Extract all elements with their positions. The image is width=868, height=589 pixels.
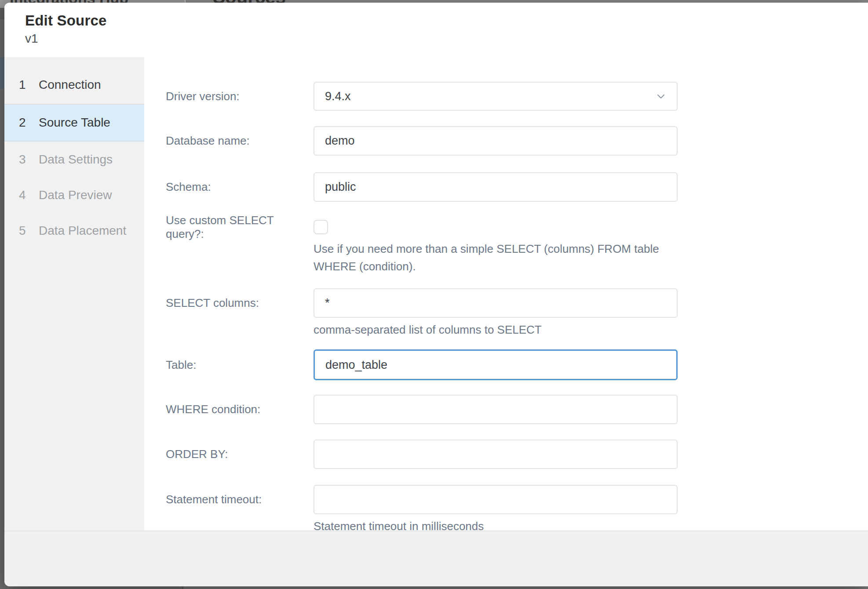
step-label: Connection [39,78,101,92]
step-data-placement[interactable]: 5 Data Placement [4,213,144,248]
statement-timeout-label: Statement timeout: [144,485,314,514]
step-number: 5 [19,224,39,238]
order-by-label: ORDER BY: [144,440,314,469]
where-condition-input[interactable] [314,395,678,424]
use-custom-select-label: Use custom SELECT query?: [144,220,314,234]
source-table-form: Driver version: 9.4.x Database name: Sch… [144,57,868,531]
modal-header: Edit Source v1 [4,3,868,57]
background-left-strip [0,8,4,589]
modal-footer [4,531,868,586]
step-connection[interactable]: 1 Connection [4,66,144,105]
table-input[interactable] [314,349,678,380]
table-label: Table: [144,349,314,380]
edit-source-modal: Edit Source v1 1 Connection 2 Source Tab… [4,3,868,586]
background-left-strip-active-item [0,57,4,89]
step-number: 4 [19,188,39,202]
step-data-preview[interactable]: 4 Data Preview [4,177,144,213]
order-by-input[interactable] [314,440,678,469]
step-number: 3 [19,153,39,167]
modal-title: Edit Source [25,12,107,29]
step-source-table[interactable]: 2 Source Table [4,105,144,142]
statement-timeout-input[interactable] [314,485,678,514]
select-columns-label: SELECT columns: [144,288,314,318]
driver-version-select[interactable]: 9.4.x [314,82,678,111]
modal-version: v1 [25,32,38,46]
step-label: Data Preview [39,188,112,202]
schema-label: Schema: [144,172,314,202]
driver-version-value: 9.4.x [325,90,351,103]
database-name-input[interactable] [314,126,678,156]
chevron-down-icon [656,91,666,102]
where-condition-label: WHERE condition: [144,395,314,424]
statement-timeout-help: Statement timeout in milliseconds [314,520,665,531]
schema-input[interactable] [314,172,678,202]
database-name-label: Database name: [144,126,314,156]
step-data-settings[interactable]: 3 Data Settings [4,142,144,177]
use-custom-select-checkbox[interactable] [314,220,328,234]
select-columns-input[interactable] [314,288,678,318]
step-label: Data Placement [39,224,126,238]
driver-version-label: Driver version: [144,82,314,111]
step-number: 2 [19,116,39,130]
wizard-steps-sidebar: 1 Connection 2 Source Table 3 Data Setti… [4,57,144,531]
modal-body: 1 Connection 2 Source Table 3 Data Setti… [4,57,868,531]
background-left-strip-segment [0,8,4,19]
step-label: Source Table [39,116,110,130]
use-custom-select-help: Use if you need more than a simple SELEC… [314,240,665,275]
step-number: 1 [19,78,39,92]
step-label: Data Settings [39,153,113,167]
select-columns-help: comma-separated list of columns to SELEC… [314,323,665,336]
